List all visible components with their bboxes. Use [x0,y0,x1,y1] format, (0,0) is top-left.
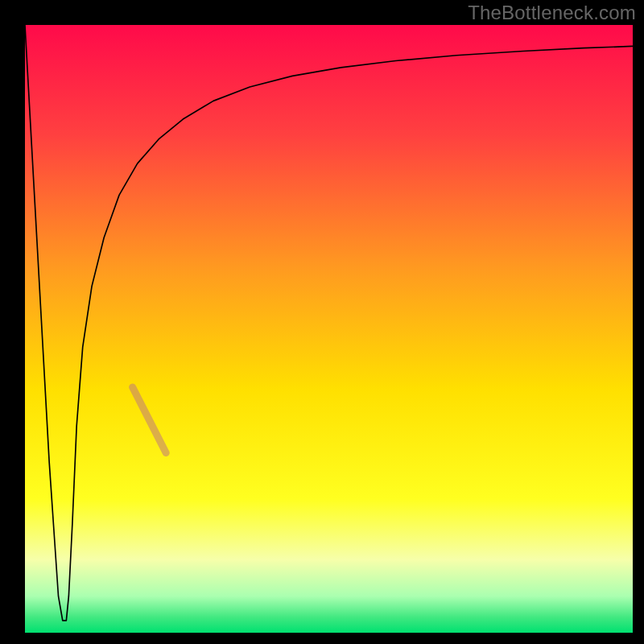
gradient-background [25,25,633,633]
plot-area [25,25,633,633]
watermark-text: TheBottleneck.com [468,2,636,24]
chart-container: TheBottleneck.com [0,0,644,644]
plot-svg [25,25,633,633]
